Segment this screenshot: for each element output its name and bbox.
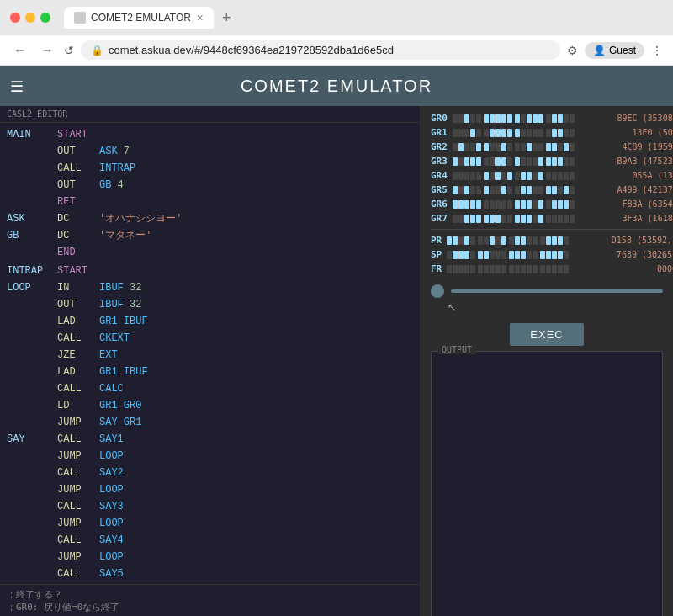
register-row: GR6 F83A (63546, -1990) — [431, 199, 663, 210]
browser-chrome: COMET2 EMULATOR ✕ + ← → ↺ 🔒 comet.askua.… — [0, 0, 673, 66]
code-line: CALLSAY2 — [0, 465, 420, 481]
close-button[interactable] — [10, 13, 20, 23]
address-bar[interactable]: 🔒 comet.askua.dev/#/9448cf69364ea2197285… — [81, 40, 560, 60]
menu-button[interactable]: ⋮ — [651, 44, 663, 57]
nav-right-controls: ⚙ 👤 Guest ⋮ — [567, 42, 663, 59]
code-line: SAYCALLSAY1 — [0, 431, 420, 448]
lock-icon: 🔒 — [91, 45, 103, 56]
slider-knob[interactable] — [431, 284, 444, 298]
hamburger-button[interactable]: ☰ — [10, 77, 24, 96]
code-line: INTRAPSTART — [0, 263, 420, 279]
slider-track[interactable] — [451, 289, 663, 293]
account-icon: 👤 — [593, 45, 606, 56]
main-content: CASL2 EDITOR MAINSTARTOUTASK 7CALLINTRAP… — [0, 106, 673, 616]
output-area: OUTPUT — [431, 351, 663, 616]
app-title: COMET2 EMULATOR — [241, 77, 432, 96]
code-line: ASKDC'オハナシシヨー' — [0, 210, 420, 227]
forward-button[interactable]: → — [37, 41, 57, 60]
status-line-2: ；GR0: 戻り値=0なら終了 — [7, 601, 413, 613]
tab-favicon — [74, 12, 86, 24]
code-line: CALLSAY4 — [0, 532, 420, 549]
editor-label: CASL2 EDITOR — [0, 106, 420, 123]
reload-button[interactable]: ↺ — [64, 44, 74, 57]
register-row: SP 7639 (30265, 30265) — [431, 249, 663, 260]
code-line: JUMPLOOP — [0, 448, 420, 465]
output-label: OUTPUT — [438, 345, 475, 354]
status-line-1: ；終了する？ — [7, 588, 413, 601]
code-line: OUTGB 4 — [0, 177, 420, 194]
register-row: PR D158 (53592, -11944) — [431, 235, 663, 246]
code-line: RET — [0, 194, 420, 210]
editor-panel: CASL2 EDITOR MAINSTARTOUTASK 7CALLINTRAP… — [0, 106, 421, 616]
cursor-indicator: ↖ — [448, 301, 456, 313]
register-row: GR0 89EC (35308, -30228) — [431, 113, 663, 124]
code-line: CALLCALC — [0, 380, 420, 397]
code-line: CALLCKEXT — [0, 330, 420, 347]
code-line: CALLINTRAP — [0, 160, 420, 177]
extensions-button[interactable]: ⚙ — [567, 44, 578, 57]
register-row: GR2 4C89 (19593, 19593) — [431, 141, 663, 152]
code-line: LOOPINIBUF 32 — [0, 279, 420, 296]
account-button[interactable]: 👤 Guest — [585, 42, 644, 59]
register-row: GR4 055A (1370, 1370) — [431, 170, 663, 181]
register-row: GR3 B9A3 (47523, -18013) — [431, 156, 663, 167]
minimize-button[interactable] — [25, 13, 35, 23]
code-line: JUMPLOOP — [0, 549, 420, 566]
maximize-button[interactable] — [40, 13, 50, 23]
active-tab[interactable]: COMET2 EMULATOR ✕ — [64, 7, 214, 29]
registers-area: GR0 89EC (35308, -30228) GR1 13E0 (5088,… — [421, 106, 673, 284]
register-row: GR5 A499 (42137, -23399) — [431, 184, 663, 195]
code-line: OUTASK 7 — [0, 143, 420, 160]
app-header: ☰ COMET2 EMULATOR — [0, 66, 673, 106]
code-line: JUMPSAY GR1 — [0, 414, 420, 431]
url-text: comet.askua.dev/#/9448cf69364ea219728592… — [109, 44, 394, 56]
code-line: GBDC'マタネー' — [0, 227, 420, 244]
register-panel: GR0 89EC (35308, -30228) GR1 13E0 (5088,… — [421, 106, 673, 616]
register-row: GR7 3F3A (16186, 16186) — [431, 213, 663, 224]
exec-button[interactable]: EXEC — [510, 323, 583, 346]
account-label: Guest — [609, 45, 636, 56]
tab-bar: COMET2 EMULATOR ✕ + — [57, 7, 242, 29]
code-line: MAINSTART — [0, 126, 420, 143]
tab-title: COMET2 EMULATOR — [91, 12, 191, 24]
navigation-bar: ← → ↺ 🔒 comet.askua.dev/#/9448cf69364ea2… — [0, 35, 673, 66]
new-tab-button[interactable]: + — [217, 9, 236, 27]
editor-status: ；終了する？ ；GR0: 戻り値=0なら終了 ；GR1: TNPUT_BUFにの… — [0, 584, 420, 616]
code-line: JUMPLOOP — [0, 481, 420, 498]
back-button[interactable]: ← — [10, 41, 30, 60]
code-line: CALLSAY5 — [0, 566, 420, 582]
code-line: END — [0, 244, 420, 261]
register-row: FR 0000 (0, 0) — [431, 263, 663, 274]
tab-close-button[interactable]: ✕ — [196, 13, 204, 24]
code-line: LADGR1 IBUF — [0, 313, 420, 330]
traffic-lights — [10, 13, 50, 23]
code-line: JUMPLOOP — [0, 515, 420, 532]
title-bar: COMET2 EMULATOR ✕ + — [0, 0, 673, 35]
code-line: CALLSAY3 — [0, 498, 420, 515]
code-line: OUTIBUF 32 — [0, 296, 420, 313]
register-row: GR1 13E0 (5088, 5088) — [431, 127, 663, 138]
code-line: LADGR1 IBUF — [0, 364, 420, 380]
code-line: JZEEXT — [0, 347, 420, 364]
code-line: LDGR1 GR0 — [0, 397, 420, 414]
editor-content[interactable]: MAINSTARTOUTASK 7CALLINTRAPOUTGB 4RETASK… — [0, 123, 420, 584]
